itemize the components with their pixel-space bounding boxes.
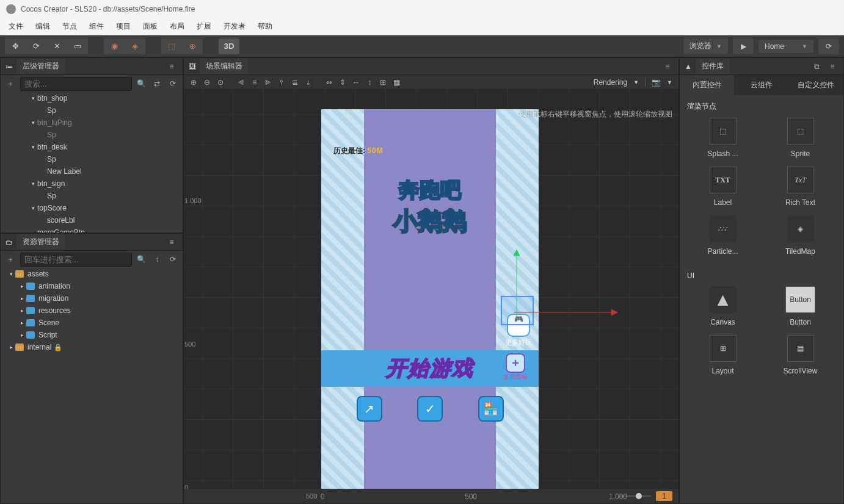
menu-node[interactable]: 节点 (56, 21, 83, 32)
tool-scale-icon[interactable]: ✕ (46, 38, 67, 54)
scene-select-dropdown[interactable]: Home ▼ (759, 40, 813, 53)
expand-arrow-icon[interactable]: ▾ (8, 271, 14, 277)
tree-row[interactable]: ▸resources (1, 304, 183, 317)
dist-h-icon[interactable]: ⇔ (323, 76, 335, 88)
tree-row[interactable]: ▾btn_luPing (1, 117, 183, 129)
share-button[interactable]: ↗ (357, 396, 382, 422)
control-sprite[interactable]: ⬚Sprite (765, 118, 836, 158)
expand-arrow-icon[interactable]: ▾ (30, 120, 36, 126)
assets-tree[interactable]: ▾assets▸animation▸migration▸resources▸Sc… (1, 268, 183, 503)
tree-row[interactable]: ▸animation (1, 280, 183, 292)
zoom-value[interactable]: 1 (656, 491, 672, 501)
expand-arrow-icon[interactable]: ▸ (19, 308, 25, 314)
gizmo-y-arrow-icon[interactable] (514, 250, 520, 317)
tree-row[interactable]: Sp (1, 129, 183, 141)
gizmo-x-arrow-icon[interactable] (514, 309, 617, 315)
menu-extension[interactable]: 扩展 (191, 21, 217, 32)
tool-world-icon[interactable]: ⊕ (182, 38, 203, 54)
expand-arrow-icon[interactable] (30, 229, 36, 232)
search-icon[interactable]: 🔍 (136, 253, 148, 265)
expand-arrow-icon[interactable] (40, 156, 46, 162)
expand-arrow-icon[interactable] (40, 217, 46, 223)
refresh-icon[interactable]: ⟳ (167, 77, 179, 90)
menu-edit[interactable]: 编辑 (29, 21, 56, 32)
tree-row[interactable]: Sp (1, 104, 183, 117)
expand-arrow-icon[interactable]: ▾ (30, 205, 36, 211)
expand-arrow-icon[interactable]: ▾ (30, 181, 36, 187)
dist-gap-v-icon[interactable]: ↕ (363, 76, 376, 88)
shop-button[interactable]: 🏪 (478, 396, 504, 422)
hierarchy-search-input[interactable] (20, 77, 132, 91)
expand-arrow-icon[interactable] (40, 168, 46, 175)
collapse-icon[interactable]: ⇄ (151, 77, 164, 90)
play-button[interactable]: ▶ (733, 38, 754, 54)
menu-project[interactable]: 项目 (110, 21, 137, 32)
dist-gap-h-icon[interactable]: ↔ (350, 76, 362, 88)
popout-icon[interactable]: ⧉ (810, 60, 823, 73)
preview-target-dropdown[interactable]: 浏览器 ▼ (683, 38, 728, 54)
control-splash[interactable]: ⬚Splash ... (687, 118, 759, 158)
tool-anchor-local-icon[interactable]: ◈ (125, 38, 145, 54)
dist-edge-icon[interactable]: ⊞ (377, 76, 389, 88)
menu-component[interactable]: 组件 (83, 21, 110, 32)
expand-arrow-icon[interactable]: ▸ (8, 344, 14, 350)
tree-row[interactable]: scoreLbl (1, 214, 183, 226)
align-top-icon[interactable]: ⫯ (275, 76, 288, 88)
tree-row[interactable]: moreGameBtn (1, 226, 183, 232)
toggle-3d-button[interactable]: 3D (219, 38, 239, 54)
menu-panel[interactable]: 面板 (137, 21, 164, 32)
tree-row[interactable]: ▾topScore (1, 202, 183, 214)
tree-row[interactable]: ▸Script (1, 329, 183, 341)
chevron-down-icon[interactable]: ▼ (667, 79, 672, 85)
expand-arrow-icon[interactable]: ▾ (30, 95, 36, 101)
add-asset-button[interactable]: ＋ (4, 253, 16, 265)
tab-builtin[interactable]: 内置控件 (680, 75, 734, 95)
expand-arrow-icon[interactable] (40, 107, 46, 113)
refresh-icon[interactable]: ⟳ (167, 253, 179, 265)
tab-custom[interactable]: 自定义控件 (789, 75, 843, 95)
scene-viewport[interactable]: 使用鼠标右键平移视窗焦点，使用滚轮缩放视图 1,000 500 0 历史最佳: … (184, 75, 678, 489)
align-right-icon[interactable]: ⫸ (262, 76, 274, 88)
align-bottom-icon[interactable]: ⫰ (302, 76, 315, 88)
control-scrollview[interactable]: ▤ScrollView (765, 335, 836, 375)
align-vcenter-icon[interactable]: ≣ (289, 76, 301, 88)
control-layout[interactable]: ⊞Layout (687, 335, 759, 375)
panel-menu-icon[interactable]: ≡ (166, 236, 178, 248)
zoom-handle[interactable] (636, 493, 642, 499)
zoom-fit-icon[interactable]: ⊙ (214, 76, 227, 88)
desktop-shortcut-button[interactable]: + 桌面图标 (503, 353, 528, 381)
menu-help[interactable]: 帮助 (252, 21, 278, 32)
expand-arrow-icon[interactable]: ▾ (30, 144, 36, 150)
expand-arrow-icon[interactable]: ▸ (19, 283, 25, 289)
tree-row[interactable]: ▾assets (1, 268, 183, 280)
control-canvas[interactable]: ▲Canvas (687, 286, 759, 326)
menu-file[interactable]: 文件 (2, 21, 29, 32)
control-particle[interactable]: ∴∵Particle... (687, 215, 759, 256)
search-icon[interactable]: 🔍 (136, 77, 148, 90)
sign-button[interactable]: ✓ (417, 396, 443, 422)
align-hcenter-icon[interactable]: ≡ (249, 76, 261, 88)
expand-arrow-icon[interactable] (40, 132, 46, 138)
control-richtext[interactable]: TxTRich Text (765, 167, 836, 207)
expand-arrow-icon[interactable]: ▸ (19, 295, 25, 301)
tool-rotate-icon[interactable]: ⟳ (26, 38, 46, 54)
tab-cloud[interactable]: 云组件 (734, 75, 788, 95)
chevron-down-icon[interactable]: ▼ (633, 79, 639, 85)
hierarchy-tree[interactable]: ▾btn_shopSp▾btn_luPingSp▾btn_deskSpNew L… (1, 92, 183, 232)
tree-row[interactable]: New Label (1, 165, 183, 178)
tree-row[interactable]: ▾btn_desk (1, 141, 183, 153)
dist-v-icon[interactable]: ⇕ (337, 76, 349, 88)
zoom-out-icon[interactable]: ⊖ (201, 76, 213, 88)
expand-arrow-icon[interactable]: ▸ (19, 320, 25, 326)
align-left-icon[interactable]: ⫷ (235, 76, 247, 88)
tree-row[interactable]: ▸migration (1, 292, 183, 304)
sort-icon[interactable]: ↕ (151, 253, 164, 265)
tool-pivot-icon[interactable]: ⬚ (161, 38, 182, 54)
control-label[interactable]: TXTLabel (687, 167, 759, 207)
tree-row[interactable]: Sp (1, 190, 183, 202)
zoom-in-icon[interactable]: ⊕ (187, 76, 200, 88)
menu-developer[interactable]: 开发者 (217, 21, 252, 32)
control-button[interactable]: ButtonButton (765, 286, 836, 326)
tool-rect-icon[interactable]: ▭ (67, 38, 88, 54)
dist-grid-icon[interactable]: ▦ (390, 76, 402, 88)
